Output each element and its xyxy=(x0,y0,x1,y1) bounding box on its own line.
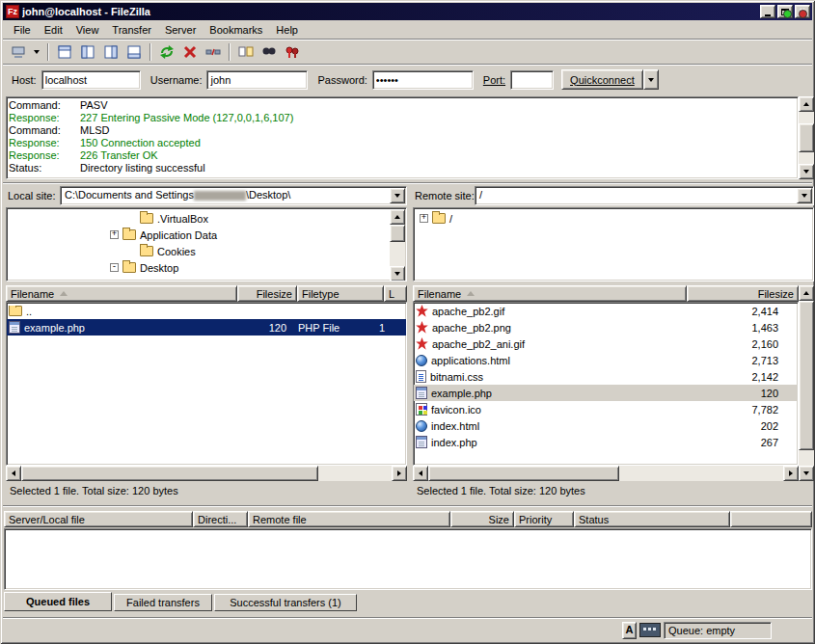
tab-failed-transfers[interactable]: Failed transfers xyxy=(114,594,212,611)
queue-header-size[interactable]: Size xyxy=(450,511,514,527)
local-header-filetype[interactable]: Filetype xyxy=(297,285,384,302)
queue-header-serverlocal[interactable]: Server/Local file xyxy=(4,511,193,527)
menu-server[interactable]: Server xyxy=(158,22,203,38)
scroll-down-button[interactable] xyxy=(799,466,814,481)
file-row-up[interactable]: .. xyxy=(7,303,406,319)
remote-header-filesize[interactable]: Filesize xyxy=(687,285,799,302)
scrollbar-thumb[interactable] xyxy=(799,301,814,450)
window-title: john@localhost - FileZilla xyxy=(22,6,758,17)
scrollbar-track[interactable] xyxy=(428,466,783,481)
tree-item-root[interactable]: + / xyxy=(414,210,813,227)
tab-successful-transfers[interactable]: Successful transfers (1) xyxy=(214,594,357,611)
remote-list-hscrollbar[interactable] xyxy=(413,466,799,481)
toggle-message-log-icon[interactable] xyxy=(54,41,75,63)
log-scrollbar[interactable] xyxy=(799,96,814,179)
splitter[interactable] xyxy=(3,182,812,184)
site-manager-dropdown-icon[interactable] xyxy=(31,41,42,63)
cancel-icon[interactable] xyxy=(179,41,201,63)
transfer-type-icon[interactable]: A xyxy=(622,622,637,639)
local-tree-scrollbar[interactable] xyxy=(390,209,405,282)
host-input[interactable] xyxy=(41,70,141,90)
file-row[interactable]: favicon.ico 7,782 xyxy=(414,401,798,417)
local-header-lastmodified[interactable]: L xyxy=(384,285,407,302)
scrollbar-track[interactable] xyxy=(21,466,392,481)
minimize-button[interactable] xyxy=(760,5,775,18)
keypad-icon[interactable] xyxy=(639,623,661,637)
title-bar[interactable]: Fz john@localhost - FileZilla × xyxy=(3,3,812,20)
scroll-left-button[interactable] xyxy=(413,466,428,481)
menu-file[interactable]: File xyxy=(7,22,38,38)
scrollbar-track[interactable] xyxy=(799,112,814,164)
remote-list-scrollbar[interactable] xyxy=(799,285,814,481)
scroll-up-button[interactable] xyxy=(799,96,814,112)
remote-site-dropdown-button[interactable] xyxy=(797,188,812,203)
scrollbar-thumb[interactable] xyxy=(428,466,619,481)
local-site-combo[interactable]: C:\Documents and Settings\Desktop\ xyxy=(60,186,407,205)
quickconnect-button[interactable]: Quickconnect xyxy=(561,69,643,90)
scrollbar-thumb[interactable] xyxy=(799,123,814,152)
scroll-down-button[interactable] xyxy=(390,266,405,282)
queue-header-remotefile[interactable]: Remote file xyxy=(248,511,450,527)
menu-transfer[interactable]: Transfer xyxy=(105,22,158,38)
file-row[interactable]: apache_pb2_ani.gif 2,160 xyxy=(414,335,798,352)
file-row-selected[interactable]: example.php 120 PHP File 1 xyxy=(7,319,406,335)
queue-header-filler xyxy=(730,511,812,527)
file-row[interactable]: index.php 267 xyxy=(414,434,798,450)
file-row[interactable]: apache_pb2.png 1,463 xyxy=(414,319,798,335)
file-row-selected[interactable]: example.php 120 xyxy=(414,385,798,401)
log-label: Response: xyxy=(9,112,80,124)
scrollbar-track[interactable] xyxy=(799,301,814,466)
file-size: 2,160 xyxy=(682,338,786,350)
username-input[interactable] xyxy=(206,70,308,90)
menu-edit[interactable]: Edit xyxy=(38,22,69,38)
menu-help[interactable]: Help xyxy=(269,22,305,38)
directory-comparison-icon[interactable] xyxy=(235,41,257,63)
toggle-queue-icon[interactable] xyxy=(123,41,145,63)
remote-site-combo[interactable]: / xyxy=(475,186,814,205)
quickconnect-dropdown-button[interactable] xyxy=(643,69,659,90)
local-list-hscrollbar[interactable] xyxy=(6,466,407,481)
queue-header-direction[interactable]: Directi... xyxy=(193,511,248,527)
scrollbar-thumb[interactable] xyxy=(390,225,405,242)
port-input[interactable] xyxy=(510,70,554,90)
toggle-local-tree-icon[interactable] xyxy=(77,41,98,63)
file-row[interactable]: applications.html 2,713 xyxy=(414,352,798,368)
menu-bookmarks[interactable]: Bookmarks xyxy=(203,22,269,38)
transfer-queue[interactable] xyxy=(4,528,812,590)
arrow-right-icon xyxy=(397,470,401,476)
menu-view[interactable]: View xyxy=(69,22,106,38)
local-header-filename[interactable]: Filename xyxy=(6,285,237,302)
tab-queued-files[interactable]: Queued files xyxy=(4,592,112,611)
expand-icon[interactable]: + xyxy=(420,214,428,223)
scroll-right-button[interactable] xyxy=(783,466,799,481)
local-status-text: Selected 1 file. Total size: 120 bytes xyxy=(10,485,178,496)
speed-limits-icon[interactable] xyxy=(282,41,303,63)
remote-header-filename[interactable]: Filename xyxy=(413,285,687,302)
tree-item-desktop[interactable]: - Desktop xyxy=(7,259,406,276)
site-manager-icon[interactable] xyxy=(8,41,29,63)
find-files-icon[interactable] xyxy=(258,41,280,63)
scroll-left-button[interactable] xyxy=(6,466,21,481)
file-row[interactable]: index.html 202 xyxy=(414,417,798,434)
scrollbar-track[interactable] xyxy=(390,225,405,266)
toggle-remote-tree-icon[interactable] xyxy=(100,41,122,63)
scroll-up-button[interactable] xyxy=(390,209,405,225)
expand-icon[interactable]: + xyxy=(110,230,119,239)
collapse-icon[interactable]: - xyxy=(110,263,119,272)
file-row[interactable]: apache_pb2.gif 2,414 xyxy=(414,303,798,319)
scroll-up-button[interactable] xyxy=(799,285,814,301)
scroll-down-button[interactable] xyxy=(799,164,814,179)
password-input[interactable] xyxy=(372,70,474,90)
scroll-right-button[interactable] xyxy=(392,466,407,481)
queue-header-status[interactable]: Status xyxy=(574,511,730,527)
refresh-icon[interactable] xyxy=(156,41,177,63)
tree-item-application-data[interactable]: + Application Data xyxy=(7,227,406,243)
queue-header-priority[interactable]: Priority xyxy=(514,511,574,527)
tree-item-virtualbox[interactable]: .VirtualBox xyxy=(7,210,406,227)
disconnect-icon[interactable] xyxy=(203,41,224,63)
file-row[interactable]: bitnami.css 2,142 xyxy=(414,368,798,385)
scrollbar-thumb[interactable] xyxy=(21,466,318,481)
local-header-filesize[interactable]: Filesize xyxy=(237,285,297,302)
local-site-dropdown-button[interactable] xyxy=(390,188,405,203)
tree-item-cookies[interactable]: Cookies xyxy=(7,243,406,259)
